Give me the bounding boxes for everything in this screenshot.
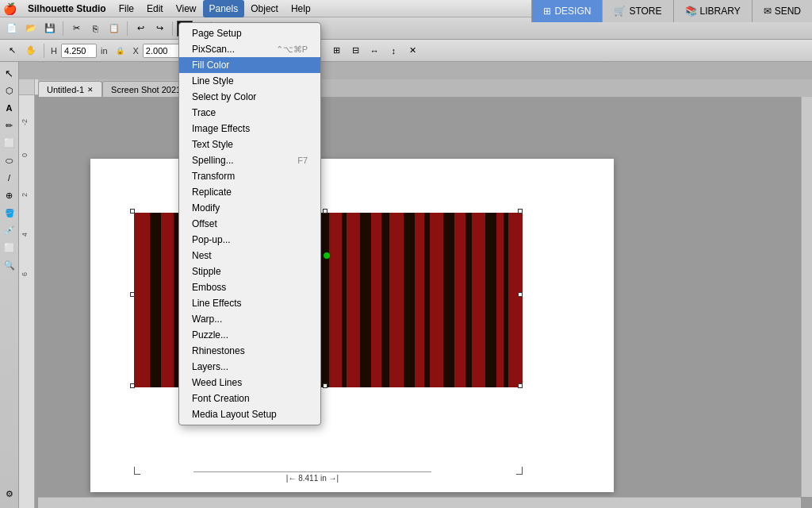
sel-handle-tm[interactable] [323, 209, 327, 214]
menu-item-label-weed-lines: Weed Lines [192, 377, 242, 388]
crop-tool[interactable]: ⊕ [2, 187, 17, 203]
menu-item-text-style[interactable]: Text Style [179, 137, 320, 152]
menu-item-stipple[interactable]: Stipple [179, 264, 320, 279]
menu-view[interactable]: View [170, 0, 203, 17]
menu-item-label-replicate: Replicate [192, 187, 232, 198]
eyedropper-tool[interactable]: 💉 [2, 222, 17, 238]
menu-item-weed-lines[interactable]: Weed Lines [179, 375, 320, 391]
flip-h-btn[interactable]: ↔ [366, 42, 383, 60]
menu-item-line-effects[interactable]: Line Effects [179, 295, 320, 311]
rectangle-tool[interactable]: ⬜ [2, 135, 17, 151]
menu-item-emboss[interactable]: Emboss [179, 279, 320, 295]
menu-item-rhinestones[interactable]: Rhinestones [179, 343, 320, 359]
ellipse-tool[interactable]: ⬭ [2, 152, 17, 168]
sel-handle-br[interactable] [518, 383, 523, 388]
sel-handle-ml[interactable] [130, 292, 135, 297]
new-btn[interactable]: 📄 [3, 20, 21, 37]
sel-handle-tr[interactable] [518, 209, 523, 214]
sel-handle-bl[interactable] [130, 383, 135, 388]
menu-item-shortcut-pixscan: ⌃⌥⌘P [276, 44, 308, 55]
menu-item-layers[interactable]: Layers... [179, 359, 320, 375]
menu-item-label-trace: Trace [192, 107, 216, 118]
menu-item-puzzle[interactable]: Puzzle... [179, 327, 320, 343]
save-btn[interactable]: 💾 [41, 20, 59, 37]
undo-btn[interactable]: ↩ [132, 20, 149, 37]
copy-btn[interactable]: ⎘ [86, 20, 104, 37]
canvas-area[interactable]: -2 0 2 4 6 8 10 12 14 -2 0 2 4 6 U [19, 79, 812, 508]
units-label1: in [101, 46, 108, 56]
menu-item-label-transform: Transform [192, 171, 235, 182]
menu-item-font-creation[interactable]: Font Creation [179, 391, 320, 406]
nav-library[interactable]: 📚 LIBRARY [673, 0, 752, 22]
zoom-tool[interactable]: 🔍 [2, 257, 17, 273]
menu-item-transform[interactable]: Transform [179, 168, 320, 184]
eraser-tool[interactable]: ⬜ [2, 240, 17, 256]
store-icon: 🛒 [614, 6, 626, 17]
menu-item-popup[interactable]: Pop-up... [179, 232, 320, 248]
send-icon: ✉ [764, 6, 772, 17]
menu-item-modify[interactable]: Modify [179, 200, 320, 216]
menu-item-select-by-color[interactable]: Select by Color [179, 89, 320, 105]
canvas-page: |← 8.411 in →| [90, 159, 614, 492]
menu-item-offset[interactable]: Offset [179, 216, 320, 232]
text-tool[interactable]: A [2, 100, 17, 116]
menu-item-label-page-setup: Page Setup [192, 28, 242, 39]
menu-item-label-image-effects: Image Effects [192, 123, 250, 134]
menu-item-page-setup[interactable]: Page Setup [179, 25, 320, 41]
settings-tool[interactable]: ⚙ [2, 486, 17, 502]
paste-btn[interactable]: 📋 [105, 20, 123, 37]
x-input[interactable] [143, 44, 182, 58]
node-tool[interactable]: ⬡ [2, 83, 17, 98]
app-name[interactable]: Silhouette Studio [21, 0, 113, 17]
pointer-tool[interactable]: ↖ [2, 65, 17, 81]
menu-object[interactable]: Object [244, 0, 285, 17]
menu-edit[interactable]: Edit [140, 0, 170, 17]
fill-tool[interactable]: 🪣 [2, 205, 17, 221]
menu-item-label-line-effects: Line Effects [192, 298, 241, 309]
group-btn[interactable]: ⊞ [327, 42, 345, 60]
menu-item-spelling[interactable]: Spelling...F7 [179, 152, 320, 168]
vertical-scrollbar[interactable] [801, 97, 812, 497]
menu-item-media-layout[interactable]: Media Layout Setup [179, 406, 320, 422]
close-btn[interactable]: ✕ [404, 42, 421, 60]
menu-item-pixscan[interactable]: PixScan...⌃⌥⌘P [179, 41, 320, 57]
nav-store[interactable]: 🛒 STORE [602, 0, 672, 22]
pan-tool[interactable]: ✋ [22, 42, 40, 60]
menu-item-replicate[interactable]: Replicate [179, 184, 320, 200]
h-input[interactable] [61, 44, 97, 58]
menu-file[interactable]: File [113, 0, 140, 17]
tab-untitled-close[interactable]: ✕ [87, 86, 94, 94]
nav-send[interactable]: ✉ SEND [752, 0, 812, 22]
menu-item-image-effects[interactable]: Image Effects [179, 121, 320, 137]
select-tool[interactable]: ↖ [3, 42, 21, 60]
green-node[interactable] [324, 252, 330, 259]
ungroup-btn[interactable]: ⊟ [347, 42, 364, 60]
menu-item-warp[interactable]: Warp... [179, 311, 320, 327]
cut-btn[interactable]: ✂ [67, 20, 85, 37]
horizontal-scrollbar[interactable] [38, 497, 801, 508]
menu-panels[interactable]: Panels [203, 0, 245, 17]
redo-btn[interactable]: ↪ [151, 20, 168, 37]
main-toolbar: ⊞ DESIGN 🛒 STORE 📚 LIBRARY ✉ SEND 📄 📂 💾 … [0, 17, 812, 40]
menu-help[interactable]: Help [285, 0, 317, 17]
lock-aspect-btn[interactable]: 🔒 [112, 42, 129, 60]
sel-handle-tl[interactable] [130, 209, 135, 214]
dimension-arrows: |← [286, 474, 297, 483]
menu-item-nest[interactable]: Nest [179, 248, 320, 264]
open-btn[interactable]: 📂 [22, 20, 40, 37]
menu-item-trace[interactable]: Trace [179, 105, 320, 121]
line-tool[interactable]: / [2, 170, 17, 186]
menu-item-fill-color[interactable]: Fill Color [179, 57, 320, 73]
menu-item-label-stipple: Stipple [192, 266, 221, 277]
nav-design[interactable]: ⊞ DESIGN [531, 0, 602, 22]
menu-item-line-style[interactable]: Line Style [179, 73, 320, 89]
flip-v-btn[interactable]: ↕ [385, 42, 402, 60]
menu-item-label-rhinestones: Rhinestones [192, 345, 245, 356]
sel-handle-bm[interactable] [323, 383, 327, 388]
tab-untitled[interactable]: Untitled-1 ✕ [38, 81, 102, 97]
draw-tool[interactable]: ✏ [2, 117, 17, 133]
dim-line-left [134, 467, 140, 475]
menu-item-label-media-layout: Media Layout Setup [192, 409, 277, 420]
panels-dropdown-menu: Page SetupPixScan...⌃⌥⌘PFill ColorLine S… [178, 22, 321, 425]
sel-handle-mr[interactable] [518, 292, 523, 297]
